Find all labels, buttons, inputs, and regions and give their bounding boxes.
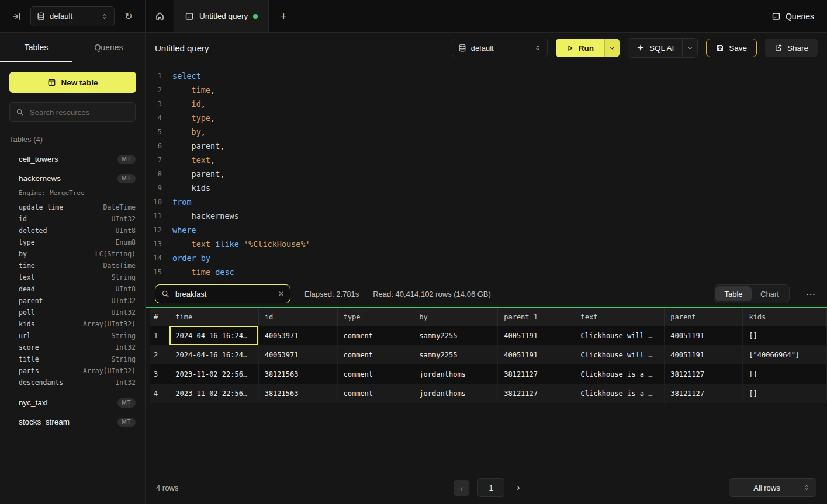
table-cell[interactable]: 2024-04-16 16:24… — [169, 345, 258, 364]
column-item[interactable]: kidsArray(UInt32) — [0, 318, 145, 330]
save-button[interactable]: Save — [706, 39, 757, 57]
run-button[interactable]: Run — [556, 39, 604, 57]
column-item[interactable]: idUInt32 — [0, 213, 145, 225]
column-item[interactable]: byLC(String) — [0, 248, 145, 260]
column-header[interactable]: parent — [665, 308, 743, 326]
column-header[interactable]: id — [258, 308, 337, 326]
table-engine: Engine: MergeTree — [0, 188, 145, 201]
column-item[interactable]: typeEnum8 — [0, 237, 145, 248]
line-number: 3 — [146, 97, 162, 111]
column-header[interactable]: text — [575, 308, 665, 326]
table-cell[interactable]: Clickhouse will … — [575, 345, 665, 364]
code-token: order by — [172, 253, 210, 263]
table-cell[interactable]: comment — [337, 384, 413, 403]
column-item[interactable]: update_timeDateTime — [0, 201, 145, 213]
column-header[interactable]: kids — [743, 308, 827, 326]
results-search-input[interactable] — [174, 289, 274, 299]
collapse-sidebar-button[interactable] — [8, 8, 25, 25]
column-item[interactable]: descendantsInt32 — [0, 377, 145, 388]
table-cell[interactable]: 38121127 — [665, 364, 743, 384]
share-button[interactable]: Share — [765, 39, 818, 57]
run-options-button[interactable] — [604, 39, 620, 57]
table-item[interactable]: cell_towersMT — [0, 150, 145, 169]
column-header[interactable]: time — [169, 308, 258, 326]
table-item[interactable]: hackernewsMT — [0, 169, 145, 188]
table-cell[interactable]: [] — [743, 384, 827, 403]
table-cell[interactable]: 40051191 — [498, 345, 575, 364]
results-more-button[interactable]: ⋯ — [804, 289, 818, 300]
new-table-button[interactable]: New table — [9, 72, 136, 93]
column-item[interactable]: textString — [0, 272, 145, 283]
table-cell[interactable]: 40053971 — [258, 326, 337, 345]
query-tab[interactable]: Untitled query — [174, 0, 269, 32]
sql-ai-button[interactable]: SQL AI — [628, 39, 682, 57]
table-cell[interactable]: Clickhouse will … — [575, 326, 665, 345]
view-toggle-chart[interactable]: Chart — [752, 286, 788, 301]
table-cell[interactable]: comment — [337, 364, 413, 384]
table-cell[interactable]: 38121127 — [498, 384, 575, 403]
sidebar-tab-queries[interactable]: Queries — [72, 33, 145, 62]
table-cell[interactable]: 40051191 — [665, 345, 743, 364]
table-cell[interactable]: 40053971 — [258, 345, 337, 364]
column-header[interactable]: parent_1 — [498, 308, 575, 326]
page-size-select[interactable]: All rows — [729, 478, 816, 497]
table-cell[interactable]: Clickhouse is a … — [575, 364, 665, 384]
table-cell[interactable]: ["40066964"] — [743, 345, 827, 364]
column-item[interactable]: partsArray(UInt32) — [0, 365, 145, 377]
column-header[interactable]: by — [413, 308, 498, 326]
table-item[interactable]: nyc_taxiMT — [0, 393, 145, 412]
table-row: 32023-11-02 22:56…38121563commentjordant… — [150, 364, 827, 384]
column-item[interactable]: pollUInt32 — [0, 307, 145, 318]
page-number[interactable]: 1 — [477, 478, 504, 497]
table-cell[interactable]: 40051191 — [665, 326, 743, 345]
results-table-wrap: #timeidtypebyparent_1textparentkids 1202… — [150, 308, 827, 403]
sql-ai-options-button[interactable] — [682, 39, 697, 57]
column-name: by — [19, 250, 95, 258]
column-header[interactable]: type — [337, 308, 413, 326]
column-item[interactable]: deadUInt8 — [0, 283, 145, 295]
table-cell[interactable]: jordanthoms — [413, 384, 498, 403]
table-cell[interactable]: 38121127 — [665, 384, 743, 403]
column-item[interactable]: scoreInt32 — [0, 342, 145, 353]
table-cell[interactable]: 2023-11-02 22:56… — [169, 364, 258, 384]
search-resources-input[interactable] — [29, 107, 134, 117]
editor-line: 2 time, — [146, 83, 827, 97]
table-cell[interactable]: 38121563 — [258, 384, 337, 403]
table-cell[interactable]: 2023-11-02 22:56… — [169, 384, 258, 403]
table-cell[interactable]: jordanthoms — [413, 364, 498, 384]
table-cell[interactable]: Clickhouse is a … — [575, 384, 665, 403]
sidebar-tab-tables[interactable]: Tables — [0, 33, 72, 62]
column-item[interactable]: parentUInt32 — [0, 295, 145, 307]
database-icon — [458, 44, 466, 52]
table-cell[interactable]: 40051191 — [498, 326, 575, 345]
view-toggle-table[interactable]: Table — [715, 286, 752, 301]
refresh-button[interactable]: ↻ — [120, 8, 137, 25]
next-page-button[interactable]: › — [513, 482, 524, 493]
table-cell[interactable]: comment — [337, 345, 413, 364]
sql-editor[interactable]: 1select2 time,3 id,4 type,5 by,6 parent,… — [146, 63, 827, 279]
queries-button[interactable]: Queries — [771, 12, 814, 21]
table-cell[interactable]: 2024-04-16 16:24… — [169, 326, 258, 345]
table-cell[interactable]: comment — [337, 326, 413, 345]
clear-search-button[interactable]: ✕ — [278, 290, 284, 298]
query-database-selector[interactable]: default — [452, 39, 548, 57]
code-token: time — [192, 267, 211, 277]
column-item[interactable]: urlString — [0, 330, 145, 342]
topbar-database-selector[interactable]: default — [30, 6, 115, 26]
column-item[interactable]: deletedUInt8 — [0, 225, 145, 237]
table-item[interactable]: stocks_streamMT — [0, 412, 145, 432]
table-cell[interactable]: sammy2255 — [413, 326, 498, 345]
new-tab-button[interactable]: + — [276, 9, 291, 24]
prev-page-button[interactable]: ‹ — [454, 480, 469, 496]
column-header[interactable]: # — [150, 308, 169, 326]
pagination: ‹ 1 › — [454, 478, 524, 497]
elapsed-stat: Elapsed: 2.781s — [304, 290, 359, 298]
table-cell[interactable]: 38121127 — [498, 364, 575, 384]
home-tab[interactable] — [146, 0, 174, 32]
column-item[interactable]: titleString — [0, 353, 145, 365]
table-cell[interactable]: sammy2255 — [413, 345, 498, 364]
table-cell[interactable]: [] — [743, 326, 827, 345]
table-cell[interactable]: [] — [743, 364, 827, 384]
table-cell[interactable]: 38121563 — [258, 364, 337, 384]
column-item[interactable]: timeDateTime — [0, 260, 145, 272]
